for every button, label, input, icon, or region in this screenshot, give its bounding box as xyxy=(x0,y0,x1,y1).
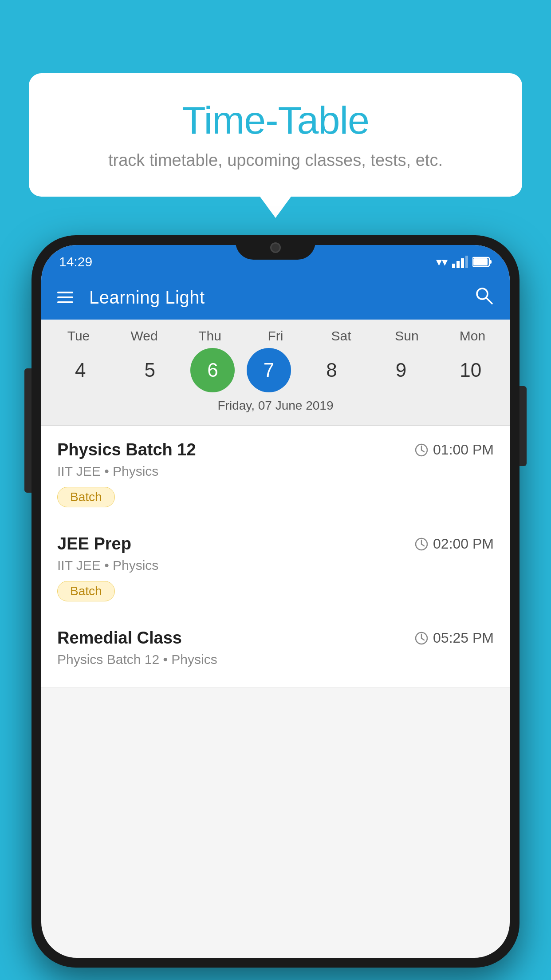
app-title: Learning Light xyxy=(89,288,474,308)
day-10[interactable]: 10 xyxy=(442,348,500,392)
schedule-item-2-header: JEE Prep 02:00 PM xyxy=(57,534,494,553)
schedule-item-2-subtitle: IIT JEE • Physics xyxy=(57,558,494,573)
day-header-wed: Wed xyxy=(115,328,173,344)
schedule-item-2-title: JEE Prep xyxy=(57,534,131,553)
phone-outer: 14:29 ▾▾ xyxy=(31,235,520,968)
calendar-strip: Tue Wed Thu Fri Sat Sun Mon 4 5 6 7 8 9 … xyxy=(41,320,510,425)
wifi-icon: ▾▾ xyxy=(436,255,448,269)
day-header-fri: Fri xyxy=(247,328,304,344)
signal-icon xyxy=(452,256,468,268)
day-header-mon: Mon xyxy=(444,328,501,344)
speech-bubble-section: Time-Table track timetable, upcoming cla… xyxy=(29,73,522,197)
svg-rect-0 xyxy=(452,264,455,268)
schedule-item-2[interactable]: JEE Prep 02:00 PM IIT JEE • Physics Batc… xyxy=(41,520,510,614)
svg-rect-1 xyxy=(457,261,460,268)
day-6-today[interactable]: 6 xyxy=(190,348,235,392)
day-5[interactable]: 5 xyxy=(121,348,179,392)
schedule-item-3-subtitle: Physics Batch 12 • Physics xyxy=(57,652,494,667)
day-header-thu: Thu xyxy=(181,328,239,344)
day-7-selected[interactable]: 7 xyxy=(247,348,291,392)
battery-icon xyxy=(472,256,492,268)
phone-notch xyxy=(236,235,315,260)
schedule-item-3[interactable]: Remedial Class 05:25 PM Physics Batch 12… xyxy=(41,614,510,688)
day-numbers: 4 5 6 7 8 9 10 xyxy=(41,348,510,392)
schedule-item-2-time: 02:00 PM xyxy=(414,536,494,552)
search-icon[interactable] xyxy=(474,286,494,309)
day-headers: Tue Wed Thu Fri Sat Sun Mon xyxy=(41,328,510,344)
svg-line-17 xyxy=(421,638,424,640)
selected-date-label: Friday, 07 June 2019 xyxy=(41,392,510,421)
day-header-sat: Sat xyxy=(312,328,370,344)
schedule-item-1-title: Physics Batch 12 xyxy=(57,440,196,459)
status-icons: ▾▾ xyxy=(436,255,492,269)
clock-icon-3 xyxy=(414,631,429,645)
hamburger-icon[interactable] xyxy=(57,292,73,303)
schedule-list: Physics Batch 12 01:00 PM IIT JEE • Phys… xyxy=(41,426,510,688)
schedule-item-1[interactable]: Physics Batch 12 01:00 PM IIT JEE • Phys… xyxy=(41,426,510,520)
day-8[interactable]: 8 xyxy=(303,348,361,392)
camera xyxy=(270,242,281,253)
schedule-item-1-header: Physics Batch 12 01:00 PM xyxy=(57,440,494,459)
svg-rect-5 xyxy=(489,260,492,264)
speech-bubble: Time-Table track timetable, upcoming cla… xyxy=(29,73,522,197)
schedule-item-3-header: Remedial Class 05:25 PM xyxy=(57,628,494,648)
svg-line-14 xyxy=(421,544,424,546)
clock-icon-1 xyxy=(414,443,429,457)
svg-rect-2 xyxy=(461,258,464,268)
day-header-tue: Tue xyxy=(50,328,107,344)
svg-line-8 xyxy=(486,298,492,304)
svg-rect-6 xyxy=(473,258,488,265)
schedule-item-1-subtitle: IIT JEE • Physics xyxy=(57,464,494,479)
day-header-sun: Sun xyxy=(378,328,436,344)
phone-mockup: 14:29 ▾▾ xyxy=(31,235,520,968)
bubble-subtitle: track timetable, upcoming classes, tests… xyxy=(55,151,496,170)
clock-icon-2 xyxy=(414,537,429,551)
app-bar: Learning Light xyxy=(41,275,510,320)
svg-line-11 xyxy=(421,450,424,452)
day-4[interactable]: 4 xyxy=(51,348,109,392)
bubble-title: Time-Table xyxy=(55,98,496,143)
schedule-item-1-tag: Batch xyxy=(57,487,115,507)
phone-screen: 14:29 ▾▾ xyxy=(41,245,510,958)
schedule-item-2-tag: Batch xyxy=(57,581,115,601)
schedule-item-3-title: Remedial Class xyxy=(57,628,182,648)
schedule-item-1-time: 01:00 PM xyxy=(414,442,494,458)
svg-rect-3 xyxy=(465,256,468,268)
schedule-item-3-time: 05:25 PM xyxy=(414,630,494,646)
day-9[interactable]: 9 xyxy=(372,348,430,392)
